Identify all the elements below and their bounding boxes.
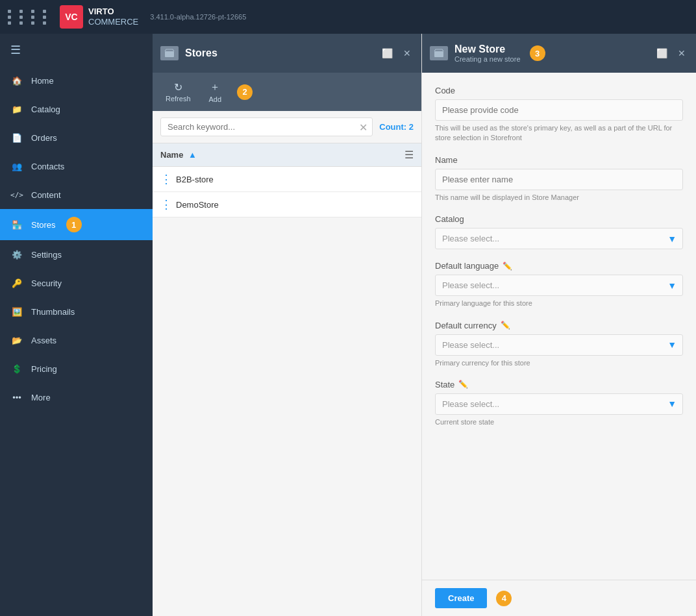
sidebar-label-catalog: Catalog	[31, 105, 60, 114]
new-store-panel-header: New Store Creating a new store 3 ⬜ ✕	[422, 34, 696, 73]
default-currency-field-group: Default currency ✏️ Please select... ▼ P…	[435, 321, 683, 368]
table-row[interactable]: ⋮ B2B-store	[153, 167, 421, 192]
sidebar-label-settings: Settings	[31, 250, 62, 260]
catalog-select[interactable]: Please select...	[435, 228, 683, 249]
sidebar-item-settings[interactable]: ⚙️ Settings	[0, 240, 153, 269]
state-edit-icon[interactable]: ✏️	[458, 380, 468, 389]
add-badge: 2	[237, 84, 253, 100]
sidebar-item-pricing[interactable]: 💲 Pricing	[0, 354, 153, 383]
column-menu-icon[interactable]: ☰	[404, 149, 414, 161]
sidebar-label-assets: Assets	[31, 336, 56, 345]
hamburger-icon[interactable]: ☰	[0, 34, 153, 66]
state-label: State ✏️	[435, 380, 683, 389]
search-clear-icon[interactable]: ✕	[359, 121, 367, 133]
state-select[interactable]: Please select...	[435, 393, 683, 415]
sidebar-label-security: Security	[31, 278, 62, 288]
settings-icon: ⚙️	[10, 248, 23, 261]
logo-icon: VC	[60, 5, 83, 29]
count-text: Count: 2	[379, 122, 414, 132]
name-label: Name	[435, 155, 683, 165]
sidebar-item-catalog[interactable]: 📁 Catalog	[0, 95, 153, 123]
stores-list: ⋮ B2B-store ⋮ DemoStore	[153, 167, 421, 616]
sidebar-item-content[interactable]: </> Content	[0, 180, 153, 209]
new-store-panel: New Store Creating a new store 3 ⬜ ✕ Cod…	[422, 34, 696, 616]
default-currency-hint: Primary currency for this store	[435, 358, 683, 368]
default-currency-select[interactable]: Please select...	[435, 334, 683, 356]
stores-icon: 🏪	[10, 218, 23, 231]
name-hint: This name will be displayed in Store Man…	[435, 193, 683, 203]
new-store-badge: 3	[530, 45, 545, 61]
action-bar: Create 4	[422, 580, 696, 616]
new-store-title-group: New Store Creating a new store	[454, 43, 521, 63]
sidebar-label-more: More	[31, 393, 51, 402]
new-store-close-icon[interactable]: ✕	[675, 45, 688, 61]
new-store-header-left: New Store Creating a new store 3	[430, 43, 545, 63]
stores-toolbar: ↻ Refresh ＋ Add 2	[153, 73, 421, 111]
content-area: Stores ⬜ ✕ ↻ Refresh ＋ Add 2	[153, 34, 696, 616]
svg-rect-1	[434, 51, 443, 57]
stores-panel-header: Stores ⬜ ✕	[153, 34, 421, 73]
sidebar-item-more[interactable]: ••• More	[0, 383, 153, 412]
refresh-label: Refresh	[166, 95, 191, 103]
stores-header-left: Stores	[160, 46, 218, 60]
stores-badge: 1	[66, 217, 82, 232]
count-value: 2	[409, 122, 414, 132]
new-store-subtitle: Creating a new store	[454, 55, 521, 63]
sidebar-item-security[interactable]: 🔑 Security	[0, 269, 153, 297]
state-hint: Current store state	[435, 417, 683, 427]
refresh-button[interactable]: ↻ Refresh	[160, 79, 196, 105]
logo: VC VIRTOCOMMERCE 3.411.0-alpha.12726-pt-…	[60, 5, 246, 29]
sort-icon: ▲	[188, 150, 197, 160]
app-grid-icon[interactable]	[8, 10, 52, 25]
more-icon: •••	[10, 391, 23, 404]
search-input-wrap: ✕	[160, 117, 373, 136]
new-store-header-actions: ⬜ ✕	[654, 45, 688, 61]
add-label: Add	[209, 95, 222, 103]
sidebar-item-contacts[interactable]: 👥 Contacts	[0, 152, 153, 180]
count-label: Count:	[379, 122, 406, 132]
store-name-b2b: B2B-store	[176, 175, 214, 184]
search-bar: ✕ Count: 2	[153, 111, 421, 143]
default-language-edit-icon[interactable]: ✏️	[503, 262, 512, 271]
sidebar-item-orders[interactable]: 📄 Orders	[0, 123, 153, 152]
thumbnails-icon: 🖼️	[10, 305, 23, 318]
column-name: Name ▲	[160, 150, 404, 160]
table-row[interactable]: ⋮ DemoStore	[153, 192, 421, 217]
table-header: Name ▲ ☰	[153, 143, 421, 167]
add-button[interactable]: ＋ Add	[204, 78, 227, 106]
content-icon: </>	[10, 188, 23, 201]
code-hint: This will be used as the store's primary…	[435, 123, 683, 143]
default-currency-select-wrap: Please select... ▼	[435, 334, 683, 356]
code-label: Code	[435, 86, 683, 95]
default-language-label: Default language ✏️	[435, 261, 683, 271]
name-field-group: Name This name will be displayed in Stor…	[435, 155, 683, 203]
orders-icon: 📄	[10, 131, 23, 144]
state-field-group: State ✏️ Please select... ▼ Current stor…	[435, 380, 683, 427]
sidebar-item-home[interactable]: 🏠 Home	[0, 66, 153, 95]
default-currency-edit-icon[interactable]: ✏️	[501, 321, 510, 330]
stores-header-icon	[160, 46, 179, 60]
store-name-demo: DemoStore	[176, 200, 219, 210]
version-text: 3.411.0-alpha.12726-pt-12665	[150, 13, 246, 21]
sidebar-item-stores[interactable]: 🏪 Stores 1	[0, 209, 153, 240]
security-icon: 🔑	[10, 277, 23, 290]
name-input[interactable]	[435, 169, 683, 190]
new-store-maximize-icon[interactable]: ⬜	[654, 45, 670, 61]
stores-close-icon[interactable]: ✕	[401, 45, 414, 61]
code-input[interactable]	[435, 99, 683, 121]
sidebar-label-stores: Stores	[31, 220, 56, 230]
catalog-field-group: Catalog Please select... ▼	[435, 214, 683, 249]
create-button[interactable]: Create	[435, 588, 487, 608]
search-input[interactable]	[160, 117, 373, 136]
sidebar-label-content: Content	[31, 190, 61, 200]
add-icon: ＋	[210, 80, 220, 94]
sidebar-item-thumbnails[interactable]: 🖼️ Thumbnails	[0, 297, 153, 326]
sidebar-item-assets[interactable]: 📂 Assets	[0, 326, 153, 354]
code-field-group: Code This will be used as the store's pr…	[435, 86, 683, 143]
main-layout: ☰ 🏠 Home 📁 Catalog 📄 Orders 👥 Contacts <…	[0, 34, 696, 616]
default-language-select[interactable]: Please select...	[435, 275, 683, 296]
sidebar-label-pricing: Pricing	[31, 364, 57, 374]
stores-maximize-icon[interactable]: ⬜	[379, 45, 395, 61]
new-store-title: New Store	[454, 43, 521, 55]
default-language-hint: Primary language for this store	[435, 299, 683, 308]
